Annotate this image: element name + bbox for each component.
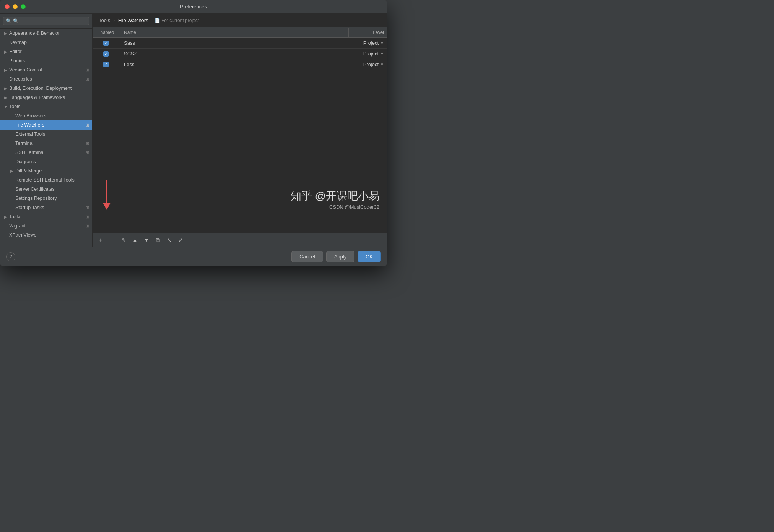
sidebar-item-label: Remote SSH External Tools — [15, 177, 89, 183]
td-level-less[interactable]: Project ▼ — [349, 59, 387, 70]
arrow-icon: ▼ — [3, 104, 8, 109]
badge-icon: ⊞ — [86, 141, 89, 146]
right-panel: Tools › File Watchers 📄 For current proj… — [93, 14, 387, 247]
badge-icon: ⊞ — [86, 205, 89, 210]
minimize-button[interactable] — [13, 4, 18, 9]
sidebar-item-web-browsers[interactable]: ▶ Web Browsers — [0, 111, 92, 120]
sidebar-item-label: Vagrant — [9, 223, 84, 229]
td-level-sass[interactable]: Project ▼ — [349, 38, 387, 48]
sidebar-item-build-execution[interactable]: ▶ Build, Execution, Deployment — [0, 84, 92, 93]
table-row[interactable]: ✓ SCSS Project ▼ — [93, 49, 387, 59]
sidebar-item-label: File Watchers — [15, 122, 84, 128]
ok-button[interactable]: OK — [358, 251, 381, 262]
traffic-lights — [5, 4, 26, 9]
sidebar-item-ssh-terminal[interactable]: ▶ SSH Terminal ⊞ — [0, 148, 92, 157]
sidebar-item-appearance-behavior[interactable]: ▶ Appearance & Behavior — [0, 29, 92, 38]
watermark-sub-text: CSDN @MusiCoder32 — [291, 204, 379, 210]
checkbox-sass[interactable]: ✓ — [103, 41, 109, 46]
apply-button[interactable]: Apply — [326, 251, 355, 262]
table-row[interactable]: ✓ Sass Project ▼ — [93, 38, 387, 49]
chevron-down-icon: ▼ — [380, 62, 384, 66]
sidebar-item-label: Web Browsers — [15, 113, 89, 118]
sidebar-item-terminal[interactable]: ▶ Terminal ⊞ — [0, 139, 92, 148]
sidebar-item-label: Version Control — [9, 67, 84, 73]
td-name-less: Less — [119, 59, 349, 70]
sidebar-item-diagrams[interactable]: ▶ Diagrams — [0, 157, 92, 166]
move-up-button[interactable]: ▲ — [130, 235, 140, 245]
td-name-scss: SCSS — [119, 49, 349, 59]
sidebar-item-startup-tasks[interactable]: ▶ Startup Tasks ⊞ — [0, 203, 92, 212]
sidebar-item-tools[interactable]: ▼ Tools — [0, 102, 92, 111]
td-level-scss[interactable]: Project ▼ — [349, 49, 387, 59]
sidebar-item-label: Keymap — [9, 40, 89, 45]
sidebar-item-tasks[interactable]: ▶ Tasks ⊞ — [0, 212, 92, 221]
close-button[interactable] — [5, 4, 10, 9]
search-input[interactable] — [13, 18, 86, 24]
collapse-button[interactable]: ⤡ — [164, 235, 174, 245]
cancel-button[interactable]: Cancel — [291, 251, 323, 262]
sidebar-item-label: Tools — [9, 104, 89, 109]
breadcrumb-separator: › — [113, 18, 115, 23]
maximize-button[interactable] — [21, 4, 26, 9]
th-level: Level — [349, 28, 387, 37]
search-wrap[interactable]: 🔍 — [3, 17, 89, 25]
table-row[interactable]: ✓ Less Project ▼ — [93, 59, 387, 70]
watermark-main-text: 知乎 @开课吧小易 — [291, 189, 379, 203]
sidebar-item-vagrant[interactable]: ▶ Vagrant ⊞ — [0, 221, 92, 230]
sidebar-item-editor[interactable]: ▶ Editor — [0, 47, 92, 56]
panel-header: Tools › File Watchers 📄 For current proj… — [93, 14, 387, 28]
badge-icon: ⊞ — [86, 77, 89, 82]
breadcrumb-parent: Tools — [99, 18, 110, 23]
td-name-sass: Sass — [119, 38, 349, 48]
level-value-less: Project — [363, 62, 379, 67]
edit-button[interactable]: ✎ — [119, 235, 128, 245]
badge-icon: ⊞ — [86, 150, 89, 155]
arrow-indicator — [103, 180, 111, 210]
move-down-button[interactable]: ▼ — [141, 235, 151, 245]
sidebar-item-keymap[interactable]: ▶ Keymap — [0, 38, 92, 47]
sidebar-item-label: Directories — [9, 76, 84, 82]
checkbox-less[interactable]: ✓ — [103, 62, 109, 67]
footer-right: Cancel Apply OK — [291, 251, 381, 262]
level-value-sass: Project — [363, 40, 379, 46]
sidebar-item-languages-frameworks[interactable]: ▶ Languages & Frameworks — [0, 93, 92, 102]
sidebar-item-remote-ssh[interactable]: ▶ Remote SSH External Tools — [0, 175, 92, 185]
td-enabled-scss[interactable]: ✓ — [93, 49, 119, 59]
sidebar-item-label: Appearance & Behavior — [9, 31, 89, 36]
arrow-icon: ▶ — [3, 49, 8, 54]
window-title: Preferences — [180, 4, 207, 10]
sidebar-item-plugins[interactable]: ▶ Plugins — [0, 56, 92, 65]
remove-button[interactable]: − — [107, 235, 117, 245]
arrow-shaft — [106, 180, 107, 203]
sidebar-item-server-certificates[interactable]: ▶ Server Certificates — [0, 185, 92, 194]
sidebar-item-diff-merge[interactable]: ▶ Diff & Merge — [0, 166, 92, 175]
sidebar-item-xpath-viewer[interactable]: ▶ XPath Viewer — [0, 230, 92, 240]
sidebar-item-label: Settings Repository — [15, 196, 89, 201]
sidebar-item-version-control[interactable]: ▶ Version Control ⊞ — [0, 65, 92, 75]
sidebar-item-external-tools[interactable]: ▶ External Tools — [0, 130, 92, 139]
arrow-icon: ▶ — [3, 214, 8, 219]
sidebar-item-file-watchers[interactable]: ▶ File Watchers ⊞ — [0, 120, 92, 130]
badge-icon: ⊞ — [86, 123, 89, 128]
sidebar-item-label: Terminal — [15, 141, 84, 146]
chevron-down-icon: ▼ — [380, 41, 384, 45]
td-enabled-sass[interactable]: ✓ — [93, 38, 119, 48]
sidebar-item-label: Startup Tasks — [15, 205, 84, 210]
add-button[interactable]: + — [96, 235, 106, 245]
dialog-footer: ? Cancel Apply OK — [0, 247, 387, 266]
help-button[interactable]: ? — [6, 252, 15, 261]
table-header: Enabled Name Level — [93, 28, 387, 38]
checkbox-scss[interactable]: ✓ — [103, 51, 109, 57]
copy-button[interactable]: ⧉ — [153, 235, 163, 245]
chevron-down-icon: ▼ — [380, 52, 384, 56]
arrow-icon: ▶ — [3, 31, 8, 36]
sidebar-item-settings-repository[interactable]: ▶ Settings Repository — [0, 194, 92, 203]
sidebar-item-directories[interactable]: ▶ Directories ⊞ — [0, 75, 92, 84]
table-body: ✓ Sass Project ▼ ✓ SCSS — [93, 38, 387, 70]
main-content: 🔍 ▶ Appearance & Behavior ▶ Keymap ▶ Edi… — [0, 14, 387, 247]
footer-left: ? — [6, 252, 15, 261]
arrow-head — [103, 203, 111, 210]
td-enabled-less[interactable]: ✓ — [93, 60, 119, 70]
sidebar-item-label: External Tools — [15, 131, 89, 137]
expand-button[interactable]: ⤢ — [176, 235, 186, 245]
